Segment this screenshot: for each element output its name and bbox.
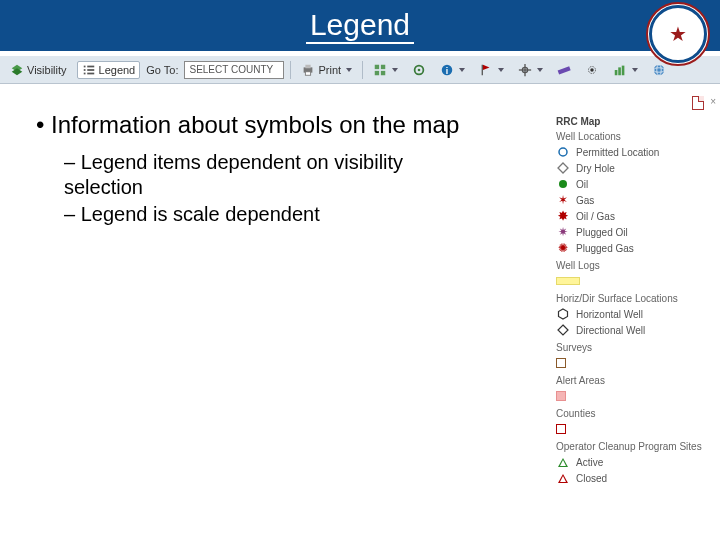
identify-tool-button[interactable]: [408, 62, 430, 78]
visibility-button[interactable]: Visibility: [6, 62, 71, 78]
legend-button[interactable]: Legend: [77, 61, 141, 79]
chart-nav-button[interactable]: [609, 62, 642, 78]
legend-row: [556, 421, 704, 437]
ocp-header: Operator Cleanup Program Sites: [556, 441, 704, 452]
svg-marker-1: [12, 68, 23, 75]
counties-header: Counties: [556, 408, 704, 419]
agency-seal-icon: ★: [646, 2, 710, 66]
surveys-swatch-icon: [556, 358, 566, 368]
legend-title: RRC Map: [556, 116, 704, 127]
legend-row: Dry Hole: [556, 160, 704, 176]
legend-row: ✸ Oil / Gas: [556, 208, 704, 224]
svg-rect-27: [615, 70, 618, 75]
flag-tool-button[interactable]: [475, 62, 508, 78]
svg-marker-20: [483, 64, 490, 69]
plugged-oil-icon: ✷: [556, 226, 570, 238]
permitted-location-icon: [556, 146, 570, 158]
list-icon: [82, 63, 96, 77]
dry-hole-icon: [556, 162, 570, 174]
sun-tool-button[interactable]: [581, 62, 603, 78]
svg-point-35: [559, 180, 567, 188]
sun-icon: [585, 63, 599, 77]
svg-rect-5: [87, 69, 94, 71]
legend-row: [556, 388, 704, 404]
toolbar-divider: [362, 61, 363, 79]
content-area: Information about symbols on the map Leg…: [36, 110, 466, 227]
legend-row: Directional Well: [556, 322, 704, 338]
legend-label: Closed: [576, 473, 607, 484]
svg-point-30: [654, 64, 665, 75]
svg-marker-36: [559, 309, 568, 319]
legend-label: Oil / Gas: [576, 211, 615, 222]
chevron-down-icon: [498, 68, 504, 72]
svg-text:i: i: [446, 65, 448, 75]
svg-rect-7: [87, 72, 94, 74]
svg-rect-14: [381, 70, 385, 74]
print-label: Print: [318, 64, 341, 76]
toolbar: Visibility Legend Go To: SELECT COUNTY P…: [0, 56, 720, 84]
legend-label: Active: [576, 457, 603, 468]
bullet-main: Information about symbols on the map: [36, 110, 466, 140]
print-button[interactable]: Print: [297, 62, 356, 78]
alert-areas-swatch-icon: [556, 391, 566, 401]
chevron-down-icon: [392, 68, 398, 72]
sub-bullet-2: Legend is scale dependent: [64, 202, 466, 227]
legend-row: [556, 273, 704, 289]
svg-rect-13: [375, 70, 379, 74]
county-select[interactable]: SELECT COUNTY: [184, 61, 284, 79]
svg-rect-28: [618, 67, 621, 75]
measure-tool-button[interactable]: [553, 62, 575, 78]
legend-row: Closed: [556, 470, 704, 486]
info-icon: i: [440, 63, 454, 77]
legend-row: Active: [556, 454, 704, 470]
svg-rect-2: [83, 65, 85, 67]
legend-row: Horizontal Well: [556, 306, 704, 322]
layers-icon: [10, 63, 24, 77]
alert-areas-header: Alert Areas: [556, 375, 704, 386]
legend-label: Plugged Gas: [576, 243, 634, 254]
sub-bullet-1: Legend items dependent on visibility sel…: [64, 150, 466, 200]
svg-rect-10: [306, 71, 311, 75]
page-title: Legend: [306, 8, 414, 44]
svg-rect-6: [83, 72, 85, 74]
oil-gas-icon: ✸: [556, 210, 570, 222]
well-locations-header: Well Locations: [556, 131, 704, 142]
legend-label: Gas: [576, 195, 594, 206]
legend-panel: × RRC Map Well Locations Permitted Locat…: [556, 110, 704, 486]
oil-icon: [556, 178, 570, 190]
svg-rect-12: [381, 64, 385, 68]
pdf-icon[interactable]: [692, 96, 704, 110]
legend-row: Permitted Location: [556, 144, 704, 160]
svg-rect-24: [558, 66, 571, 74]
flag-icon: [479, 63, 493, 77]
legend-label: Legend: [99, 64, 136, 76]
grid-tool-button[interactable]: [369, 62, 402, 78]
close-icon[interactable]: ×: [710, 96, 716, 107]
goto-label: Go To:: [146, 64, 178, 76]
horizontal-well-icon: [556, 308, 570, 320]
svg-rect-19: [482, 64, 483, 75]
visibility-label: Visibility: [27, 64, 67, 76]
legend-row: ✷ Plugged Oil: [556, 224, 704, 240]
globe-icon: [652, 63, 666, 77]
plugged-gas-icon: ✺: [556, 242, 570, 254]
toolbar-divider: [290, 61, 291, 79]
svg-rect-11: [375, 64, 379, 68]
directional-well-icon: [556, 324, 570, 336]
legend-label: Horizontal Well: [576, 309, 643, 320]
counties-swatch-icon: [556, 424, 566, 434]
chevron-down-icon: [632, 68, 638, 72]
legend-label: Oil: [576, 179, 588, 190]
chevron-down-icon: [346, 68, 352, 72]
svg-marker-34: [558, 163, 568, 173]
svg-rect-3: [87, 65, 94, 67]
svg-rect-29: [622, 65, 625, 75]
svg-point-26: [590, 68, 594, 72]
horiz-dir-header: Horiz/Dir Surface Locations: [556, 293, 704, 304]
info-tool-button[interactable]: i: [436, 62, 469, 78]
crosshair-tool-button[interactable]: [514, 62, 547, 78]
printer-icon: [301, 63, 315, 77]
title-bar: Legend ★: [0, 0, 720, 56]
legend-row: ✺ Plugged Gas: [556, 240, 704, 256]
chevron-down-icon: [459, 68, 465, 72]
